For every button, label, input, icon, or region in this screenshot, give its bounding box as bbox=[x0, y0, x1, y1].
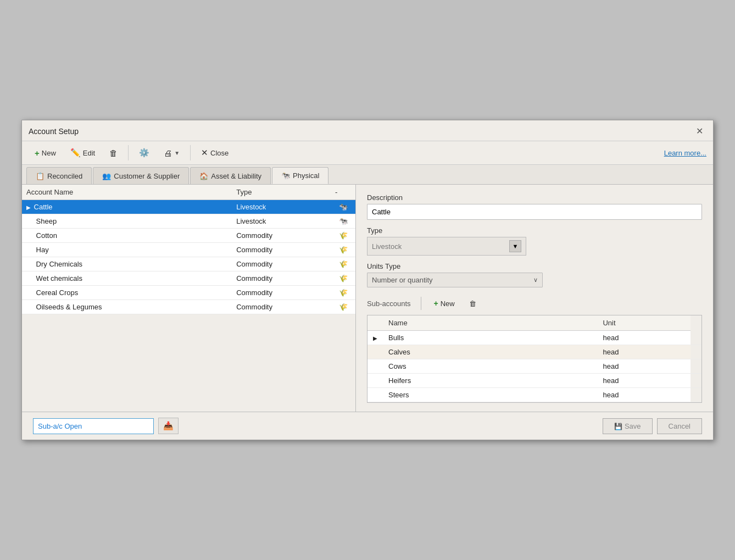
subaccounts-label: Sub-accounts bbox=[367, 300, 411, 308]
sub-account-name-cell: Heifers bbox=[383, 374, 597, 388]
type-select[interactable]: Livestock ▼ bbox=[367, 237, 526, 256]
delete-button[interactable]: 🗑 bbox=[103, 145, 124, 161]
tab-reconciled[interactable]: 📋 Reconciled bbox=[26, 167, 92, 184]
settings-icon: ⚙️ bbox=[139, 148, 149, 158]
subaccounts-delete-icon: 🗑 bbox=[469, 300, 476, 308]
close-button[interactable]: ✕ Close bbox=[195, 145, 235, 161]
description-input[interactable] bbox=[367, 204, 702, 220]
account-name-cell: Oilseeds & Legumes bbox=[22, 300, 232, 314]
account-type-cell: Commodity bbox=[232, 286, 331, 300]
account-icon-cell: 🐄 bbox=[331, 214, 355, 229]
sub-account-unit-cell: head bbox=[597, 374, 691, 388]
account-icon-cell: 🌾 bbox=[331, 271, 355, 286]
sub-row-arrow-cell bbox=[368, 388, 383, 402]
toolbar: + New ✏️ Edit 🗑 ⚙️ 🖨 ▼ ✕ Close Learn mor… bbox=[22, 141, 713, 165]
table-row[interactable]: Wet chemicals Commodity 🌾 bbox=[22, 271, 355, 286]
type-select-text: Livestock bbox=[372, 242, 509, 251]
account-icon-cell: 🌾 bbox=[331, 286, 355, 300]
sub-row-arrow-cell bbox=[368, 374, 383, 388]
save-label: Save bbox=[625, 422, 641, 430]
sub-account-name-cell: Cows bbox=[383, 359, 597, 374]
new-button[interactable]: + New bbox=[29, 145, 62, 161]
col-header-account-name: Account Name bbox=[22, 185, 232, 200]
print-icon: 🖨 bbox=[164, 148, 172, 158]
subaccounts-delete-button[interactable]: 🗑 bbox=[464, 297, 481, 311]
sub-table-container: Name Unit ▶ Bulls head Calves head bbox=[367, 315, 702, 403]
tab-asset-liability-label: Asset & Liability bbox=[211, 172, 261, 180]
tab-customer-supplier[interactable]: 👥 Customer & Supplier bbox=[93, 167, 189, 184]
account-name-cell: Sheep bbox=[22, 214, 232, 229]
sub-account-unit-cell: head bbox=[597, 345, 691, 359]
table-row[interactable]: Cereal Crops Commodity 🌾 bbox=[22, 286, 355, 300]
sub-accounts-table: Name Unit ▶ Bulls head Calves head bbox=[368, 315, 701, 402]
main-window: Account Setup ✕ + New ✏️ Edit 🗑 ⚙️ 🖨 ▼ ✕… bbox=[21, 120, 714, 440]
tab-reconciled-label: Reconciled bbox=[47, 172, 82, 180]
subaccounts-new-label: New bbox=[441, 300, 455, 308]
tab-asset-liability[interactable]: 🏠 Asset & Liability bbox=[190, 167, 271, 184]
tab-bar: 📋 Reconciled 👥 Customer & Supplier 🏠 Ass… bbox=[22, 165, 713, 185]
table-row[interactable]: Oilseeds & Legumes Commodity 🌾 bbox=[22, 300, 355, 314]
save-button[interactable]: 💾 Save bbox=[603, 418, 652, 434]
window-title: Account Setup bbox=[29, 127, 79, 136]
cancel-label: Cancel bbox=[669, 422, 691, 430]
sub-scroll-cell bbox=[691, 345, 701, 359]
sub-scroll-cell bbox=[691, 374, 701, 388]
list-item[interactable]: ▶ Bulls head bbox=[368, 331, 701, 345]
settings-button[interactable]: ⚙️ bbox=[133, 145, 155, 161]
list-item[interactable]: Heifers head bbox=[368, 374, 701, 388]
edit-label: Edit bbox=[83, 149, 95, 157]
window-close-button[interactable]: ✕ bbox=[693, 125, 706, 137]
account-name-cell: Cotton bbox=[22, 229, 232, 243]
list-item[interactable]: Steers head bbox=[368, 388, 701, 402]
sub-open-input[interactable] bbox=[33, 418, 154, 434]
subaccounts-section: Sub-accounts + New 🗑 bbox=[367, 294, 702, 403]
subaccounts-divider bbox=[421, 297, 421, 310]
reconciled-icon: 📋 bbox=[36, 172, 44, 180]
list-item[interactable]: Calves head bbox=[368, 345, 701, 359]
tab-physical[interactable]: 🐄 Physical bbox=[272, 167, 328, 184]
account-type-cell: Commodity bbox=[232, 243, 331, 257]
account-icon-cell: 🐄 bbox=[331, 200, 355, 214]
type-field-group: Type Livestock ▼ bbox=[367, 226, 702, 256]
table-row[interactable]: Sheep Livestock 🐄 bbox=[22, 214, 355, 229]
print-button[interactable]: 🖨 ▼ bbox=[158, 145, 186, 161]
content-area: Account Name Type - ▶ Cattle Livestock 🐄… bbox=[22, 185, 713, 412]
list-item[interactable]: Cows head bbox=[368, 359, 701, 374]
units-type-select[interactable]: Number or quantity ∨ bbox=[367, 273, 543, 287]
row-arrow-icon: ▶ bbox=[26, 204, 31, 210]
toolbar-divider-1 bbox=[128, 145, 129, 160]
sub-col-arrow-header bbox=[368, 315, 383, 331]
close-icon: ✕ bbox=[201, 148, 208, 158]
accounts-table: Account Name Type - ▶ Cattle Livestock 🐄… bbox=[22, 185, 355, 314]
import-icon: 📥 bbox=[163, 421, 174, 430]
toolbar-divider-2 bbox=[190, 145, 191, 160]
type-select-arrow[interactable]: ▼ bbox=[509, 240, 521, 252]
print-dropdown-arrow: ▼ bbox=[174, 150, 180, 156]
learn-more-link[interactable]: Learn more... bbox=[664, 149, 706, 157]
edit-icon: ✏️ bbox=[70, 148, 81, 158]
col-header-type: Type bbox=[232, 185, 331, 200]
table-row[interactable]: Dry Chemicals Commodity 🌾 bbox=[22, 257, 355, 271]
account-name-cell: ▶ Cattle bbox=[22, 200, 232, 214]
col-header-icon: - bbox=[331, 185, 355, 200]
subaccounts-plus-icon: + bbox=[434, 299, 438, 308]
table-row[interactable]: ▶ Cattle Livestock 🐄 bbox=[22, 200, 355, 214]
sub-scroll-cell bbox=[691, 388, 701, 402]
account-type-cell: Commodity bbox=[232, 257, 331, 271]
title-bar: Account Setup ✕ bbox=[22, 120, 713, 141]
edit-button[interactable]: ✏️ Edit bbox=[64, 145, 101, 161]
units-type-field-group: Units Type Number or quantity ∨ bbox=[367, 262, 702, 287]
right-panel: Description Type Livestock ▼ Units Type … bbox=[356, 185, 713, 412]
sub-scroll-cell bbox=[691, 359, 701, 374]
cancel-button[interactable]: Cancel bbox=[657, 418, 702, 434]
customer-supplier-icon: 👥 bbox=[102, 172, 111, 180]
description-label: Description bbox=[367, 193, 702, 202]
subaccounts-new-button[interactable]: + New bbox=[429, 296, 460, 311]
account-icon-cell: 🌾 bbox=[331, 300, 355, 314]
account-icon-cell: 🌾 bbox=[331, 243, 355, 257]
import-button[interactable]: 📥 bbox=[158, 418, 179, 434]
sub-account-name-cell: Calves bbox=[383, 345, 597, 359]
table-row[interactable]: Cotton Commodity 🌾 bbox=[22, 229, 355, 243]
table-row[interactable]: Hay Commodity 🌾 bbox=[22, 243, 355, 257]
units-type-dropdown-arrow: ∨ bbox=[533, 276, 538, 284]
